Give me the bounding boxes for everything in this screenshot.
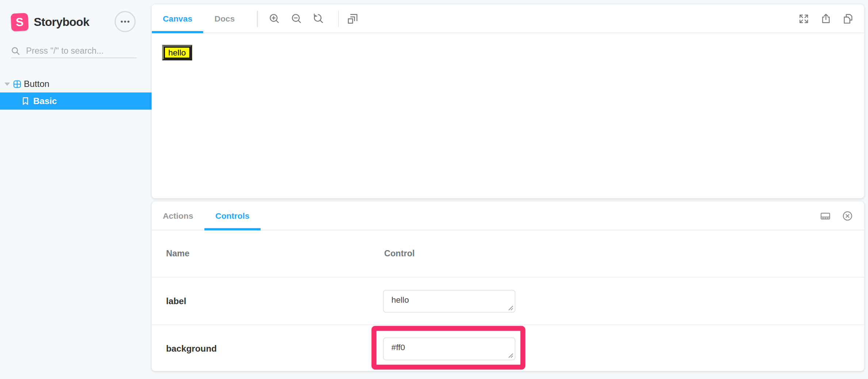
bookmark-icon (22, 97, 29, 105)
canvas-toolbar: Canvas Docs (152, 4, 864, 33)
controls-table-header: Name Control (152, 230, 864, 277)
share-icon (820, 12, 832, 24)
brand-row: S Storybook (11, 12, 89, 33)
search-input[interactable] (25, 45, 132, 56)
fullscreen-icon (798, 12, 810, 24)
control-column-header: Control (384, 249, 415, 259)
component-grid-icon (13, 80, 21, 88)
sidebar: S Storybook (0, 0, 152, 379)
canvas-toolbar-right (793, 7, 859, 30)
background-control: #ff0 (383, 337, 515, 360)
zoom-tools (263, 7, 330, 30)
addon-panel-tools (814, 204, 859, 227)
toolbar-divider (338, 10, 339, 27)
search (11, 44, 137, 58)
toolbar-divider (257, 10, 258, 27)
addon-panel: Actions Controls (152, 202, 864, 371)
label-control: hello (383, 290, 515, 312)
sidebar-story-label: Basic (33, 96, 57, 106)
arg-name: label (166, 296, 186, 306)
sidebar-item-button[interactable]: Button (0, 76, 152, 91)
arg-name: background (166, 344, 217, 353)
table-row-label: label hello (152, 277, 864, 325)
copy-button[interactable] (837, 7, 859, 30)
copy-icon (842, 12, 854, 24)
controls-table: Name Control label hello (152, 230, 864, 372)
tab-actions[interactable]: Actions (152, 201, 204, 230)
menu-dots-icon (120, 20, 130, 23)
storybook-app: S Storybook (0, 0, 868, 379)
zoom-in-button[interactable] (263, 7, 285, 30)
sidebar-item-basic[interactable]: Basic (0, 92, 152, 110)
panel-bottom-icon (819, 210, 831, 222)
name-column-header: Name (166, 249, 189, 259)
story-preview-button[interactable]: hello (162, 45, 192, 60)
panel-position-button[interactable] (814, 204, 837, 227)
storybook-logo-icon: S (11, 13, 28, 31)
table-row-background: background #ff0 (152, 325, 864, 372)
stacked-windows-icon (346, 12, 358, 24)
canvas-panel: Canvas Docs (152, 4, 864, 198)
label-control-textarea[interactable]: hello (383, 290, 515, 312)
zoom-in-icon (268, 12, 280, 24)
tab-docs[interactable]: Docs (203, 4, 246, 33)
stacked-windows-button[interactable] (342, 7, 364, 30)
zoom-out-button[interactable] (285, 7, 308, 30)
sidebar-item-label: Button (24, 79, 49, 89)
caret-down-icon[interactable] (4, 82, 10, 85)
zoom-reset-icon (312, 12, 324, 24)
share-button[interactable] (815, 7, 837, 30)
fullscreen-button[interactable] (793, 7, 815, 30)
close-panel-button[interactable] (837, 204, 859, 227)
story-canvas: hello (152, 33, 864, 60)
close-circle-icon (841, 210, 853, 222)
search-icon (11, 46, 20, 55)
addon-panel-tabbar: Actions Controls (152, 202, 864, 230)
tab-controls[interactable]: Controls (204, 201, 261, 230)
tab-canvas[interactable]: Canvas (152, 4, 204, 33)
background-control-textarea[interactable]: #ff0 (383, 337, 515, 360)
zoom-reset-button[interactable] (308, 7, 330, 30)
brand-title: Storybook (34, 15, 89, 28)
zoom-out-icon (291, 12, 303, 24)
sidebar-menu-button[interactable] (115, 11, 136, 32)
